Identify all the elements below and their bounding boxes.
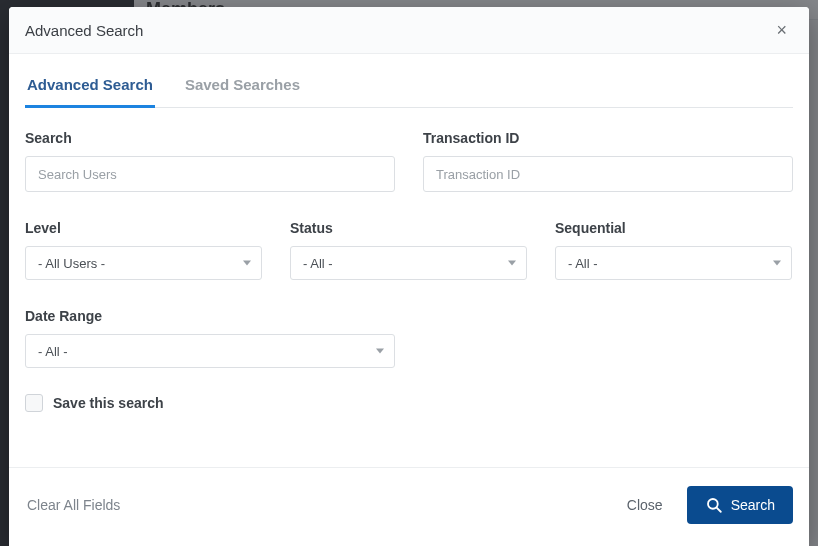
label-date-range: Date Range [25,308,395,324]
modal-tabs: Advanced Search Saved Searches [25,64,793,108]
save-search-checkbox[interactable] [25,394,43,412]
status-select[interactable]: - All - [290,246,527,280]
search-form: Search Transaction ID Level - All Users … [25,130,793,368]
advanced-search-modal: Advanced Search × Advanced Search Saved … [9,7,809,546]
label-sequential: Sequential [555,220,792,236]
field-search: Search [25,130,395,192]
label-search: Search [25,130,395,146]
field-status: Status - All - [290,220,527,280]
chevron-down-icon [508,261,516,266]
label-level: Level [25,220,262,236]
clear-all-fields-button[interactable]: Clear All Fields [25,491,122,519]
close-icon[interactable]: × [770,17,793,43]
tab-saved-searches[interactable]: Saved Searches [183,64,302,107]
tab-advanced-search[interactable]: Advanced Search [25,64,155,107]
close-button[interactable]: Close [613,489,677,521]
svg-line-1 [716,508,720,512]
modal-title: Advanced Search [25,22,143,39]
search-icon [705,496,723,514]
level-select-value: - All Users - [38,256,105,271]
field-date-range: Date Range - All - [25,308,395,368]
date-range-select[interactable]: - All - [25,334,395,368]
field-transaction-id: Transaction ID [423,130,793,192]
search-button-label: Search [731,497,775,513]
status-select-value: - All - [303,256,333,271]
chevron-down-icon [773,261,781,266]
search-input[interactable] [25,156,395,192]
label-transaction-id: Transaction ID [423,130,793,146]
label-status: Status [290,220,527,236]
sequential-select[interactable]: - All - [555,246,792,280]
save-search-label: Save this search [53,395,164,411]
sequential-select-value: - All - [568,256,598,271]
chevron-down-icon [243,261,251,266]
search-button[interactable]: Search [687,486,793,524]
chevron-down-icon [376,349,384,354]
modal-footer: Clear All Fields Close Search [9,467,809,546]
modal-body: Advanced Search Saved Searches Search Tr… [9,54,809,467]
level-select[interactable]: - All Users - [25,246,262,280]
modal-header: Advanced Search × [9,7,809,54]
transaction-id-input[interactable] [423,156,793,192]
footer-right: Close Search [613,486,793,524]
save-search-row: Save this search [25,394,793,438]
field-sequential: Sequential - All - [555,220,792,280]
field-level: Level - All Users - [25,220,262,280]
date-range-select-value: - All - [38,344,68,359]
